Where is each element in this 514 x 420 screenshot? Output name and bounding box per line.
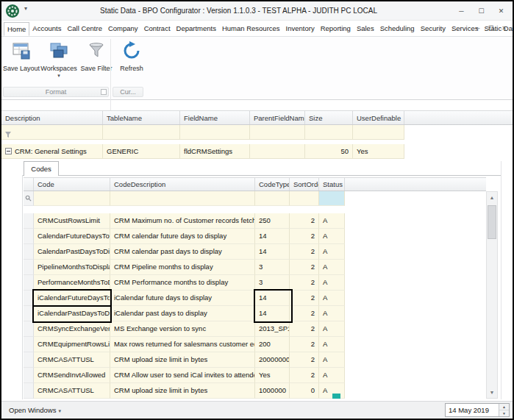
codes-row[interactable]: CRMEquipmentRowsLimit Max rows returned … [24, 337, 486, 352]
cell-codetype[interactable]: 3 [255, 275, 290, 291]
filter-cell-size[interactable] [305, 125, 353, 140]
codes-row[interactable]: CalendarPastDaysToDisplay CRM calendar p… [24, 244, 486, 260]
tab-scheduling[interactable]: Scheduling [377, 22, 418, 36]
cell-codedescription[interactable]: CRM Allow user to send iCal invites to a… [110, 368, 255, 383]
date-editor[interactable]: 14 May 2019 ▲ ▼ [445, 403, 510, 417]
cell-status[interactable]: A [319, 306, 345, 321]
workspaces-button[interactable]: Workspaces ▾ [40, 39, 77, 79]
cell-codetype[interactable]: 3 [255, 260, 290, 275]
cell-status[interactable]: A [319, 229, 345, 244]
column-header-status[interactable]: Status [319, 178, 345, 191]
cell-codedescription[interactable]: iCalendar future days to display [110, 291, 255, 306]
cell-sortorder[interactable]: 2 [290, 291, 319, 306]
tab-human-resources[interactable]: Human Resources [219, 22, 283, 36]
dialog-launcher-icon[interactable] [101, 89, 107, 95]
cell-codedescription[interactable]: CRM calendar past days to display [110, 244, 255, 260]
column-header-sortorder[interactable]: SortOrder [290, 178, 319, 191]
filter-cell-tablename[interactable] [103, 125, 180, 140]
tab-contract[interactable]: Contract [141, 22, 174, 36]
master-row[interactable]: CRM: General Settings GENERIC fldCRMSett… [1, 144, 513, 159]
cell-codedescription[interactable]: CRM Maximum no. of Customer records fetc… [110, 213, 255, 229]
cell-status[interactable]: A [319, 352, 345, 368]
tab-accounts[interactable]: Accounts [29, 22, 64, 36]
mdi-restore-button[interactable]: ❐ [485, 23, 496, 34]
codes-row[interactable]: CRMCustRowsLimit CRM Maximum no. of Cust… [24, 213, 486, 229]
codes-row[interactable]: CRMCASATTUSL CRM upload size limit in by… [24, 352, 486, 368]
tab-departments[interactable]: Departments [174, 22, 219, 36]
cell-sortorder[interactable]: 2 [290, 229, 319, 244]
collapse-button[interactable] [5, 148, 12, 154]
cell-sortorder[interactable]: 2 [290, 244, 319, 260]
tab-codes[interactable]: Codes [24, 161, 59, 176]
cell-codedescription[interactable]: MS Exchange version to sync [110, 321, 255, 337]
cell-code[interactable]: PerformanceMonthsToDisplay [34, 275, 110, 291]
filter-cell-codedescription[interactable] [110, 191, 255, 206]
cell-status[interactable]: A [319, 321, 345, 337]
cell-fieldname[interactable]: fldCRMSettings [180, 144, 250, 159]
minimize-button[interactable]: ─ [451, 1, 471, 21]
tab-reporting[interactable]: Reporting [318, 22, 354, 36]
column-header-fieldname[interactable]: FieldName [180, 111, 250, 124]
column-header-description[interactable]: Description [1, 111, 103, 124]
tab-company[interactable]: Company [105, 22, 141, 36]
cell-codetype[interactable]: 20000000 [255, 352, 290, 368]
cell-codedescription[interactable]: CRM upload size limit in bytes [110, 352, 255, 368]
cell-code[interactable]: PipelineMonthsToDisplay [34, 260, 110, 275]
cell-codedescription[interactable]: CRM upload size limit in bytes [110, 383, 255, 399]
tab-home[interactable]: Home [4, 22, 29, 36]
codes-row[interactable]: PipelineMonthsToDisplay CRM Pipeline mon… [24, 260, 486, 275]
cell-code[interactable]: CRMCustRowsLimit [34, 213, 110, 229]
cell-tablename[interactable]: GENERIC [103, 144, 180, 159]
codes-row[interactable]: CalendarFutureDaysToDisplay CRM calendar… [24, 229, 486, 244]
filter-cell-userdefinable[interactable] [353, 125, 404, 140]
filter-cell-code[interactable] [34, 191, 110, 206]
column-header-userdefinable[interactable]: UserDefinable [353, 111, 404, 124]
tab-call-centre[interactable]: Call Centre [64, 22, 105, 36]
cell-code[interactable]: CalendarPastDaysToDisplay [34, 244, 110, 260]
cell-code[interactable]: CRMCASATTUSL [34, 352, 110, 368]
codes-row[interactable]: CRMSendInvtAllowed CRM Allow user to sen… [24, 368, 486, 383]
cell-status[interactable]: A [319, 244, 345, 260]
cell-codedescription[interactable]: Max rows returned for salesmans customer… [110, 337, 255, 352]
app-logo-icon[interactable] [5, 4, 20, 18]
scroll-down-icon[interactable]: ▼ [487, 387, 497, 398]
filter-cell-description[interactable] [1, 125, 103, 140]
column-header-codetype[interactable]: CodeType [255, 178, 290, 191]
filter-cell-status[interactable] [319, 191, 345, 206]
column-header-tablename[interactable]: TableName [103, 111, 180, 124]
cell-codedescription[interactable]: CRM calendar future days to display [110, 229, 255, 244]
filter-cell-codetype[interactable] [255, 191, 290, 206]
cell-parentfieldname[interactable] [250, 144, 305, 159]
scrollbar-thumb[interactable] [488, 205, 496, 239]
cell-codetype[interactable]: 14 [255, 244, 290, 260]
cell-code[interactable]: CRMEquipmentRowsLimit [34, 337, 110, 352]
maximize-button[interactable]: ☐ [471, 1, 491, 21]
tab-security[interactable]: Security [418, 22, 449, 36]
cell-codetype[interactable]: 14 [255, 229, 290, 244]
cell-sortorder[interactable]: 2 [290, 275, 319, 291]
cell-codetype[interactable]: 250 [255, 213, 290, 229]
close-button[interactable]: ✕ [491, 1, 511, 21]
quick-access-dropdown-icon[interactable]: ▾ [24, 5, 27, 12]
cell-status[interactable]: A [319, 291, 345, 306]
spin-down-icon[interactable]: ▼ [499, 410, 509, 416]
cell-status[interactable]: A [319, 213, 345, 229]
cell-sortorder[interactable]: 2 [290, 306, 319, 321]
cell-sortorder[interactable]: 2 [290, 213, 319, 229]
open-windows-button[interactable]: Open Windows▾ [6, 405, 64, 416]
cell-code[interactable]: CRMCASATTUSL [34, 383, 110, 399]
refresh-button[interactable]: Refresh [113, 39, 150, 73]
column-header-code[interactable]: Code [34, 178, 110, 191]
cell-codedescription[interactable]: CRM Performance months to display [110, 275, 255, 291]
cell-codedescription[interactable]: iCalendar past days to display [110, 306, 255, 321]
cell-sortorder[interactable]: 2 [290, 260, 319, 275]
cell-description[interactable]: CRM: General Settings [1, 144, 103, 159]
cell-codetype[interactable]: Yes [255, 368, 290, 383]
cell-userdefinable[interactable]: Yes [353, 144, 404, 159]
column-header-parentfieldname[interactable]: ParentFieldName [250, 111, 305, 124]
cell-sortorder[interactable]: 2 [290, 321, 319, 337]
filter-cell-fieldname[interactable] [180, 125, 250, 140]
cell-code[interactable]: CRMSendInvtAllowed [34, 368, 110, 383]
codes-row[interactable]: CRMCASATTUSL CRM upload size limit in by… [24, 383, 486, 399]
cell-size[interactable]: 50 [305, 144, 353, 159]
